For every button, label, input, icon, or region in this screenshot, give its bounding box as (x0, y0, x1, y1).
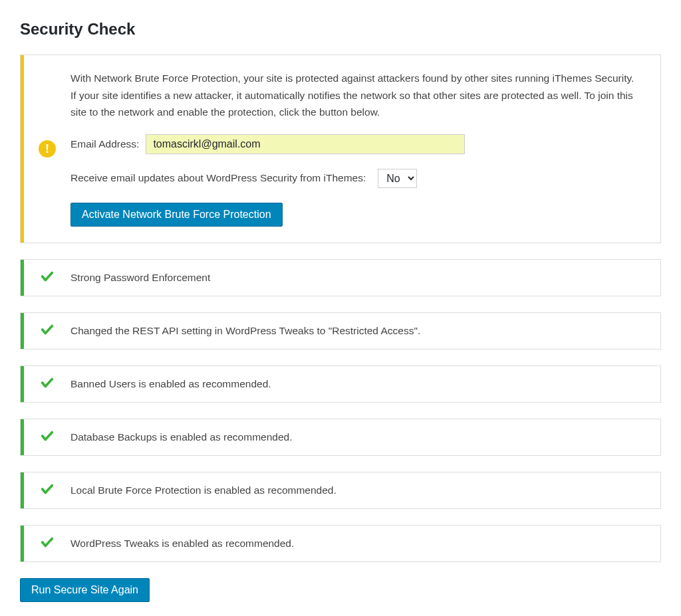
status-text: Changed the REST API setting in WordPres… (70, 316, 434, 346)
status-text: Database Backups is enabled as recommend… (70, 422, 305, 453)
status-icon-col (24, 419, 70, 455)
status-icon-col (24, 313, 70, 349)
status-text: Banned Users is enabled as recommended. (70, 369, 285, 399)
status-text: Local Brute Force Protection is enabled … (70, 475, 350, 506)
status-icon-col (24, 366, 70, 402)
warning-notice: ! With Network Brute Force Protection, y… (20, 54, 661, 243)
check-icon (40, 535, 55, 552)
page-title: Security Check (20, 20, 661, 39)
warning-icon-col: ! (24, 55, 70, 243)
status-text: Strong Password Enforcement (70, 262, 223, 293)
activate-button[interactable]: Activate Network Brute Force Protection (70, 203, 283, 227)
exclamation-icon: ! (39, 140, 56, 157)
updates-row: Receive email updates about WordPress Se… (70, 169, 640, 188)
check-icon (40, 322, 55, 340)
status-row: Strong Password Enforcement (20, 259, 661, 296)
status-row: Local Brute Force Protection is enabled … (20, 472, 661, 509)
status-row: Database Backups is enabled as recommend… (20, 419, 661, 456)
status-row: Banned Users is enabled as recommended. (20, 365, 661, 403)
status-icon-col (24, 526, 70, 562)
status-row: WordPress Tweaks is enabled as recommend… (20, 525, 661, 562)
status-row: Changed the REST API setting in WordPres… (20, 312, 661, 350)
email-row: Email Address: (70, 134, 640, 154)
check-icon (40, 482, 55, 499)
check-icon (40, 375, 55, 393)
updates-label: Receive email updates about WordPress Se… (70, 172, 366, 184)
email-input[interactable] (146, 134, 465, 154)
check-icon (40, 429, 55, 446)
updates-select[interactable]: No (378, 169, 417, 188)
status-text: WordPress Tweaks is enabled as recommend… (70, 528, 307, 559)
email-label: Email Address: (70, 138, 139, 150)
check-icon (40, 269, 55, 286)
status-icon-col (24, 472, 70, 508)
warning-content: With Network Brute Force Protection, you… (70, 55, 660, 243)
warning-description: With Network Brute Force Protection, you… (70, 70, 640, 121)
status-icon-col (24, 260, 70, 296)
run-secure-again-button[interactable]: Run Secure Site Again (20, 578, 150, 602)
